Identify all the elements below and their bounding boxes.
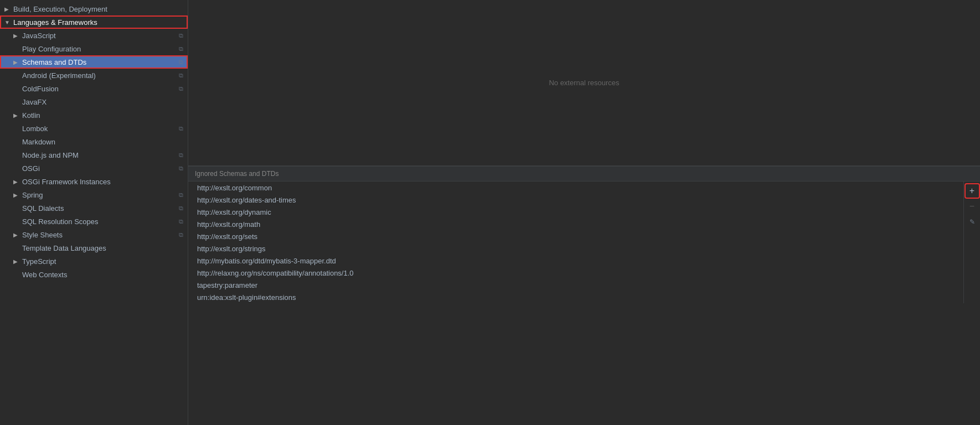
sidebar-item-label-languages-frameworks: Languages & Frameworks [13,18,183,27]
schema-list-item[interactable]: http://exslt.org/common [188,182,963,194]
sidebar-item-label-nodejs: Node.js and NPM [22,151,176,159]
sidebar-item-label-sql-dialects: SQL Dialects [22,204,176,212]
sidebar-item-label-lombok: Lombok [22,125,176,133]
tree-arrow-kotlin [13,112,21,118]
sidebar-item-label-style-sheets: Style Sheets [22,231,176,239]
schema-list-item[interactable]: http://relaxng.org/ns/compatibility/anno… [188,267,963,279]
sidebar-item-schemas-dtds[interactable]: Schemas and DTDs⧉ [0,55,188,69]
sidebar: Build, Execution, DeploymentLanguages & … [0,0,188,425]
sidebar-item-label-play-configuration: Play Configuration [22,45,176,53]
copy-icon-schemas-dtds[interactable]: ⧉ [176,59,183,66]
sidebar-item-label-build-execution: Build, Execution, Deployment [13,5,183,13]
sidebar-item-label-web-contexts: Web Contexts [22,271,183,279]
schema-list-item[interactable]: http://mybatis.org/dtd/mybatis-3-mapper.… [188,255,963,267]
no-external-resources-label: No external resources [549,79,619,87]
tree-arrow-javascript [13,33,21,39]
sidebar-item-style-sheets[interactable]: Style Sheets⧉ [0,228,188,241]
sidebar-item-label-sql-resolution: SQL Resolution Scopes [22,217,176,226]
sidebar-item-play-configuration[interactable]: Play Configuration⧉ [0,42,188,55]
sidebar-item-label-typescript: TypeScript [22,257,183,266]
ignored-schemas-panel: Ignored Schemas and DTDs http://exslt.or… [188,167,980,425]
sidebar-item-typescript[interactable]: TypeScript [0,255,188,268]
sidebar-item-javascript[interactable]: JavaScript⧉ [0,29,188,42]
sidebar-item-label-spring: Spring [22,191,176,199]
remove-button[interactable]: − [965,199,979,214]
sidebar-item-label-javascript: JavaScript [22,32,176,40]
copy-icon-lombok[interactable]: ⧉ [176,125,183,132]
copy-icon-javascript[interactable]: ⧉ [176,32,183,39]
sidebar-item-osgi-framework[interactable]: OSGi Framework Instances [0,175,188,188]
sidebar-item-label-javafx: JavaFX [22,98,183,106]
schema-list-item[interactable]: urn:idea:xslt-plugin#extensions [188,291,963,303]
sidebar-item-label-markdown: Markdown [22,138,183,146]
sidebar-item-label-android: Android (Experimental) [22,71,176,80]
copy-icon-nodejs[interactable]: ⧉ [176,152,183,159]
tree-arrow-typescript [13,258,21,265]
schema-list: http://exslt.org/commonhttp://exslt.org/… [188,182,980,303]
schema-list-item[interactable]: http://exslt.org/sets [188,230,963,242]
external-resources-panel: No external resources [188,0,980,166]
copy-icon-android[interactable]: ⧉ [176,72,183,79]
main-panel: No external resources Ignored Schemas an… [188,0,980,425]
copy-icon-sql-dialects[interactable]: ⧉ [176,205,183,212]
sidebar-item-lombok[interactable]: Lombok⧉ [0,122,188,135]
tree-arrow-style-sheets [13,232,21,238]
edit-button[interactable]: ✎ [965,215,979,229]
schema-list-item[interactable]: http://exslt.org/dynamic [188,206,963,218]
schema-list-item[interactable]: http://exslt.org/strings [188,242,963,255]
sidebar-item-spring[interactable]: Spring⧉ [0,188,188,201]
right-toolbar: + − ✎ [963,182,980,303]
sidebar-item-sql-resolution[interactable]: SQL Resolution Scopes⧉ [0,215,188,228]
tree-arrow-schemas-dtds [13,59,21,65]
copy-icon-style-sheets[interactable]: ⧉ [176,231,183,239]
copy-icon-play-configuration[interactable]: ⧉ [176,45,183,53]
sidebar-item-nodejs[interactable]: Node.js and NPM⧉ [0,148,188,162]
sidebar-item-kotlin[interactable]: Kotlin [0,108,188,122]
sidebar-item-label-schemas-dtds: Schemas and DTDs [22,58,176,66]
sidebar-item-template-data[interactable]: Template Data Languages [0,241,188,255]
sidebar-item-languages-frameworks[interactable]: Languages & Frameworks [0,15,188,29]
sidebar-item-label-osgi-framework: OSGi Framework Instances [22,178,183,186]
copy-icon-sql-resolution[interactable]: ⧉ [176,218,183,225]
sidebar-item-sql-dialects[interactable]: SQL Dialects⧉ [0,201,188,215]
sidebar-item-web-contexts[interactable]: Web Contexts [0,268,188,281]
schema-list-item[interactable]: http://exslt.org/math [188,218,963,230]
sidebar-item-build-execution[interactable]: Build, Execution, Deployment [0,2,188,15]
sidebar-item-label-kotlin: Kotlin [22,111,183,120]
copy-icon-coldfusion[interactable]: ⧉ [176,85,183,92]
schema-list-item[interactable]: http://exslt.org/dates-and-times [188,194,963,206]
sidebar-item-coldfusion[interactable]: ColdFusion⧉ [0,82,188,95]
sidebar-item-label-osgi: OSGi [22,164,176,173]
ignored-section-header: Ignored Schemas and DTDs [188,167,980,182]
sidebar-item-label-coldfusion: ColdFusion [22,85,176,93]
sidebar-item-label-template-data: Template Data Languages [22,244,183,252]
tree-arrow-spring [13,192,21,198]
sidebar-item-osgi[interactable]: OSGi⧉ [0,162,188,175]
sidebar-item-markdown[interactable]: Markdown [0,135,188,148]
tree-arrow-build-execution [4,6,12,12]
copy-icon-spring[interactable]: ⧉ [176,191,183,199]
tree-arrow-languages-frameworks [4,19,12,25]
sidebar-item-javafx[interactable]: JavaFX [0,95,188,108]
panel-content-wrapper: http://exslt.org/commonhttp://exslt.org/… [188,182,980,303]
schema-list-item[interactable]: tapestry:parameter [188,279,963,291]
copy-icon-osgi[interactable]: ⧉ [176,165,183,172]
add-button[interactable]: + [965,184,979,198]
tree-arrow-osgi-framework [13,179,21,185]
sidebar-item-android[interactable]: Android (Experimental)⧉ [0,69,188,82]
